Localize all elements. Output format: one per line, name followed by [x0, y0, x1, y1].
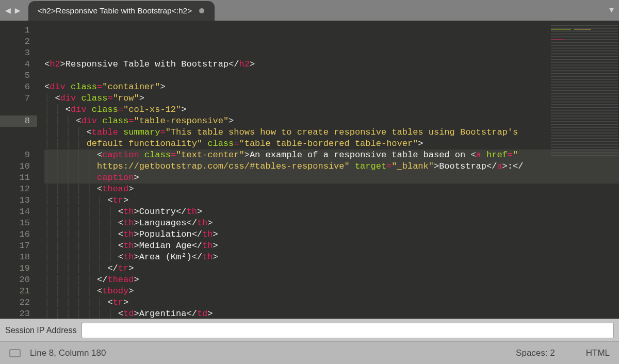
- tab-active[interactable]: <h2>Responsive Table with Bootstrap<:h2>: [28, 1, 215, 21]
- session-panel: Session IP Address: [0, 319, 619, 341]
- status-cursor[interactable]: Line 8, Column 180: [30, 348, 106, 358]
- dirty-indicator-icon: [199, 8, 204, 13]
- line-gutter: 1234567.8..91011121314151617181920212223: [0, 21, 37, 319]
- panel-icon[interactable]: [9, 349, 21, 357]
- status-language[interactable]: HTML: [586, 348, 610, 358]
- tab-title: <h2>Responsive Table with Bootstrap<:h2>: [38, 6, 192, 15]
- status-bar: Line 8, Column 180 Spaces: 2 HTML: [0, 341, 619, 364]
- tab-bar: ◀ ▶ <h2>Responsive Table with Bootstrap<…: [0, 0, 619, 21]
- nav-arrows: ◀ ▶: [5, 5, 28, 16]
- nav-back-icon[interactable]: ◀: [5, 5, 11, 16]
- tabs-dropdown-icon[interactable]: ▼: [609, 6, 614, 15]
- nav-forward-icon[interactable]: ▶: [15, 5, 21, 16]
- editor-area[interactable]: 1234567.8..91011121314151617181920212223…: [0, 21, 619, 319]
- session-ip-input[interactable]: [82, 323, 614, 338]
- code-content[interactable]: <h2>Responsive Table with Bootstrap</h2>…: [37, 21, 619, 319]
- session-ip-label: Session IP Address: [5, 326, 76, 335]
- status-indent[interactable]: Spaces: 2: [516, 348, 555, 358]
